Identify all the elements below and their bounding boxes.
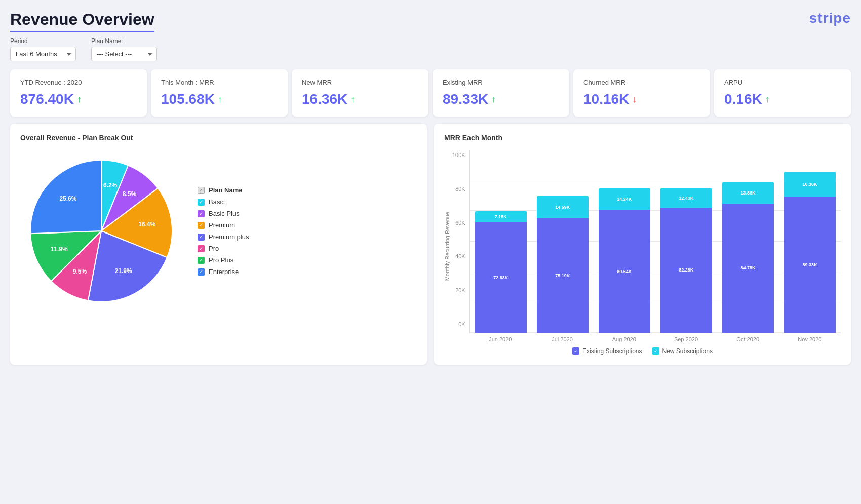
bar-column: 7.15K72.63K (475, 150, 527, 333)
kpi-trend-icon: ↑ (218, 94, 222, 105)
x-axis-label: Aug 2020 (598, 336, 650, 342)
legend-color-box: ✓ (198, 222, 205, 229)
legend-color-box: ✓ (198, 210, 205, 217)
pie-container: 6.2%8.5%16.4%21.9%9.5%11.9%25.6% ✓ Plan … (20, 150, 417, 312)
bar-bottom-label: 82.28K (679, 267, 693, 273)
legend-checkmark: ✓ (199, 211, 203, 216)
kpi-value: 876.40K ↑ (20, 91, 137, 107)
plan-select[interactable]: --- Select --- Basic Basic Plus Premium … (91, 47, 157, 61)
kpi-trend-icon: ↓ (632, 94, 637, 105)
legend-item: ✓ Basic (198, 198, 249, 206)
legend-item: ✓ Pro Plus (198, 256, 249, 264)
bar-bottom-label: 75.19K (555, 273, 570, 278)
bar-top-label: 13.86K (740, 190, 755, 196)
x-labels: Jun 2020Jul 2020Aug 2020Sep 2020Oct 2020… (469, 333, 841, 342)
bar-legend-item: ✓ Existing Subscriptions (572, 347, 642, 355)
legend-label: Pro Plus (209, 256, 233, 264)
kpi-card: This Month : MRR 105.68K ↑ (151, 69, 288, 117)
bar-bottom: 75.19K (537, 218, 589, 333)
pie-svg: 6.2%8.5%16.4%21.9%9.5%11.9%25.6% (20, 150, 182, 312)
x-axis-label: Oct 2020 (722, 336, 774, 342)
bar-legend-color: ✓ (652, 347, 659, 355)
y-axis-label: 100K (452, 152, 465, 158)
bar-stack: 14.24K80.64K (599, 188, 650, 333)
kpi-trend-icon: ↑ (491, 94, 496, 105)
legend-checkmark: ✓ (199, 222, 203, 228)
pie-label: 9.5% (73, 268, 87, 275)
bar-column: 12.43K82.28K (660, 150, 712, 333)
bar-chart-title: MRR Each Month (444, 134, 841, 142)
kpi-value: 0.16K ↑ (724, 91, 841, 107)
bar-stack: 13.86K84.78K (722, 182, 774, 333)
page-header: Revenue Overview stripe (10, 10, 851, 32)
plan-label: Plan Name: (91, 37, 157, 45)
legend-color-box: ✓ (198, 234, 205, 241)
pie-label: 21.9% (115, 267, 132, 275)
bars-area: 7.15K72.63K14.59K75.19K14.24K80.64K12.43… (469, 150, 841, 342)
legend-checkmark: ✓ (199, 246, 203, 251)
period-select[interactable]: Last 6 Months Last 3 Months Last 12 Mont… (10, 47, 76, 61)
bar-legend-color: ✓ (572, 347, 579, 355)
pie-label: 16.4% (138, 221, 155, 228)
y-axis-label: 60K (455, 220, 465, 226)
bar-column: 16.36K89.33K (784, 150, 836, 333)
period-filter-group: Period Last 6 Months Last 3 Months Last … (10, 37, 76, 61)
charts-row: Overall Revenue - Plan Break Out 6.2%8.5… (10, 124, 851, 365)
bar-top-label: 16.36K (802, 182, 817, 187)
pie-chart-title: Overall Revenue - Plan Break Out (20, 134, 417, 142)
kpi-card: New MRR 16.36K ↑ (292, 69, 428, 117)
legend-label: Premium plus (209, 233, 249, 241)
legend-label: Basic (209, 198, 225, 206)
kpi-card: Churned MRR 10.16K ↓ (573, 69, 710, 117)
legend-checkmark: ✓ (199, 234, 203, 240)
bar-bottom-label: 89.33K (802, 262, 817, 267)
bar-legend-item: ✓ New Subscriptions (652, 347, 713, 355)
legend-checkmark: ✓ (199, 199, 203, 205)
bar-bottom-label: 80.64K (617, 269, 632, 274)
legend-color-box: ✓ (198, 257, 205, 264)
stripe-logo: stripe (809, 10, 851, 26)
legend-item: ✓ Basic Plus (198, 210, 249, 217)
bar-stack: 7.15K72.63K (475, 211, 527, 333)
legend-header: ✓ Plan Name (198, 186, 249, 194)
bar-chart-area: Monthly Recurring Revenue100K80K60K40K20… (444, 150, 841, 342)
bar-legend: ✓ Existing Subscriptions ✓ New Subscript… (444, 347, 841, 355)
bar-legend-check: ✓ (654, 348, 658, 354)
bar-legend-label: Existing Subscriptions (582, 347, 642, 355)
bar-top: 14.24K (599, 188, 650, 210)
kpi-label: YTD Revenue : 2020 (20, 79, 137, 86)
bar-bottom-label: 72.63K (493, 275, 508, 280)
filters-row: Period Last 6 Months Last 3 Months Last … (10, 37, 851, 61)
bar-column: 13.86K84.78K (722, 150, 774, 333)
legend-checkmark: ✓ (199, 269, 203, 275)
x-axis-label: Jul 2020 (536, 336, 588, 342)
y-axis-label: 0K (458, 321, 465, 327)
bar-column: 14.24K80.64K (599, 150, 650, 333)
bar-stack: 14.59K75.19K (537, 196, 589, 333)
pie-legend: ✓ Plan Name ✓ Basic ✓ Basic Plus ✓ Premi… (198, 186, 249, 276)
kpi-trend-icon: ↑ (350, 94, 355, 105)
bar-top: 13.86K (722, 182, 774, 204)
kpi-value: 89.33K ↑ (443, 91, 559, 107)
pie-label: 25.6% (59, 195, 76, 202)
bar-bottom: 80.64K (599, 210, 650, 333)
kpi-label: ARPU (724, 79, 841, 86)
kpi-value: 16.36K ↑ (302, 91, 418, 107)
pie-label: 6.2% (103, 182, 118, 189)
pie-label: 8.5% (123, 190, 137, 198)
bar-stack: 16.36K89.33K (784, 172, 836, 333)
legend-label: Enterprise (209, 268, 239, 276)
x-axis-label: Jun 2020 (475, 336, 526, 342)
bar-bottom-label: 84.78K (740, 265, 755, 270)
legend-color-box: ✓ (198, 199, 205, 206)
kpi-label: Churned MRR (583, 79, 700, 86)
x-axis-label: Nov 2020 (784, 336, 836, 342)
kpi-trend-icon: ↑ (765, 94, 770, 105)
legend-item: ✓ Enterprise (198, 268, 249, 276)
y-axis: 100K80K60K40K20K0K (452, 150, 469, 342)
kpi-trend-icon: ↑ (77, 94, 82, 105)
bar-chart-card: MRR Each Month Monthly Recurring Revenue… (434, 124, 851, 365)
bars-group: 7.15K72.63K14.59K75.19K14.24K80.64K12.43… (470, 150, 841, 333)
bar-top-label: 7.15K (495, 214, 507, 219)
bar-bottom: 72.63K (475, 222, 527, 333)
